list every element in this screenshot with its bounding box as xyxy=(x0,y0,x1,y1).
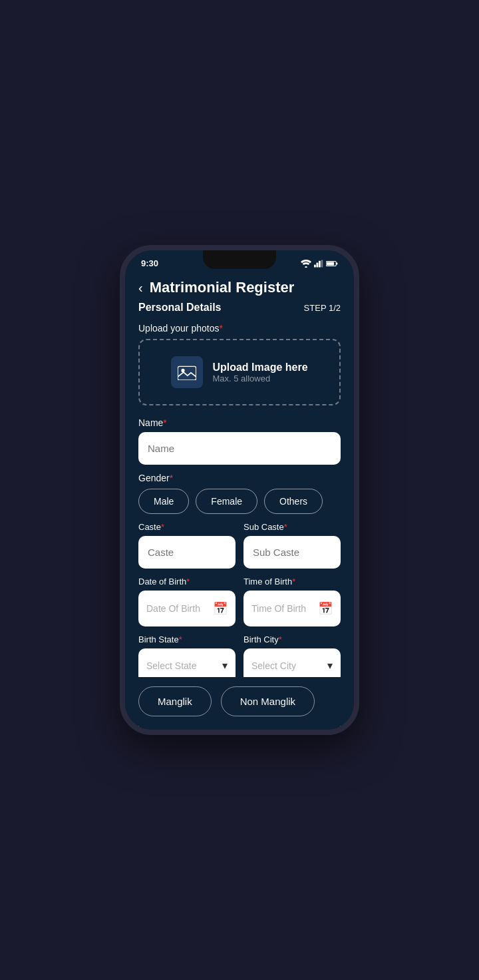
upload-icon-box xyxy=(171,356,203,388)
subcaste-label: Sub Caste* xyxy=(243,522,341,532)
form-area: Personal Details STEP 1/2 Upload your ph… xyxy=(125,302,354,726)
upload-sub: Max. 5 allowed xyxy=(212,373,307,383)
tob-calendar-icon: 📅 xyxy=(318,601,333,616)
upload-text: Upload Image here Max. 5 allowed xyxy=(212,362,307,383)
section-title: Personal Details xyxy=(138,302,222,314)
gender-female[interactable]: Female xyxy=(196,489,257,514)
svg-rect-6 xyxy=(336,262,337,264)
gender-male[interactable]: Male xyxy=(138,489,189,514)
phone-frame: 9:30 ‹ M xyxy=(120,245,359,735)
subcaste-input[interactable] xyxy=(243,536,341,569)
manglik-button[interactable]: Manglik xyxy=(138,686,212,716)
svg-rect-7 xyxy=(327,262,334,265)
tob-input[interactable]: Time Of Birth 📅 xyxy=(243,591,341,626)
name-label: Name* xyxy=(138,417,341,428)
caste-input[interactable] xyxy=(138,536,236,569)
battery-icon xyxy=(326,260,338,267)
tob-label: Time of Birth* xyxy=(243,577,341,587)
state-label: Birth State* xyxy=(138,634,236,644)
step-indicator: STEP 1/2 xyxy=(304,303,341,313)
state-city-row: Birth State* Select State ▾ Birth City* … xyxy=(138,626,341,682)
image-icon xyxy=(178,364,196,380)
signal-icon xyxy=(314,260,323,268)
caste-label: Caste* xyxy=(138,522,236,532)
dob-placeholder: Date Of Birth xyxy=(146,603,200,614)
step-row: Personal Details STEP 1/2 xyxy=(138,302,341,314)
header: ‹ Matrimonial Register xyxy=(125,271,354,302)
city-placeholder: Select City xyxy=(251,660,296,671)
bottom-bar: Manglik Non Manglik xyxy=(125,677,354,730)
upload-label: Upload your photos* xyxy=(138,323,341,334)
city-label: Birth City* xyxy=(243,634,341,644)
wifi-icon xyxy=(301,260,311,268)
upload-title: Upload Image here xyxy=(212,362,307,373)
caste-field: Caste* xyxy=(138,514,236,569)
screen-content[interactable]: ‹ Matrimonial Register Personal Details … xyxy=(125,271,354,726)
non-manglik-button[interactable]: Non Manglik xyxy=(221,686,315,716)
notch xyxy=(203,250,276,269)
svg-point-0 xyxy=(305,266,307,267)
city-chevron-icon: ▾ xyxy=(327,659,333,672)
back-button[interactable]: ‹ xyxy=(138,280,143,296)
time-display: 9:30 xyxy=(141,258,158,268)
gender-others[interactable]: Others xyxy=(264,489,323,514)
gender-options: Male Female Others xyxy=(138,489,341,514)
tob-field: Time of Birth* Time Of Birth 📅 xyxy=(243,569,341,626)
page-title: Matrimonial Register xyxy=(150,279,295,296)
tob-placeholder: Time Of Birth xyxy=(251,603,306,614)
svg-rect-4 xyxy=(321,260,323,267)
city-field: Birth City* Select City ▾ xyxy=(243,626,341,682)
dob-tob-row: Date of Birth* Date Of Birth 📅 Time of B… xyxy=(138,569,341,626)
svg-rect-1 xyxy=(314,264,316,267)
name-input[interactable] xyxy=(138,432,341,465)
dob-input[interactable]: Date Of Birth 📅 xyxy=(138,591,236,626)
status-icons xyxy=(301,260,338,268)
svg-rect-8 xyxy=(178,366,196,380)
dob-field: Date of Birth* Date Of Birth 📅 xyxy=(138,569,236,626)
state-field: Birth State* Select State ▾ xyxy=(138,626,236,682)
subcaste-field: Sub Caste* xyxy=(243,514,341,569)
caste-row: Caste* Sub Caste* xyxy=(138,514,341,569)
upload-box[interactable]: Upload Image here Max. 5 allowed xyxy=(138,339,341,405)
dob-calendar-icon: 📅 xyxy=(213,601,228,616)
state-placeholder: Select State xyxy=(146,660,197,671)
gender-label: Gender* xyxy=(138,473,341,483)
svg-rect-2 xyxy=(317,262,319,267)
state-chevron-icon: ▾ xyxy=(222,659,228,672)
svg-rect-3 xyxy=(319,260,321,267)
dob-label: Date of Birth* xyxy=(138,577,236,587)
svg-point-9 xyxy=(182,369,185,372)
